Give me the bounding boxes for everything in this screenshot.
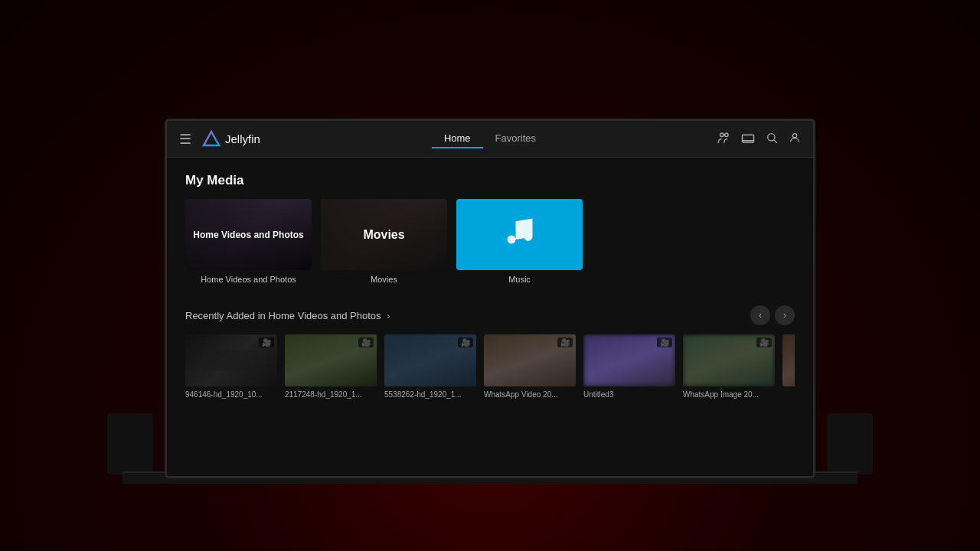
prev-arrow[interactable]: ‹ xyxy=(750,305,770,325)
speaker-right xyxy=(827,413,873,474)
nav-tabs: Home Favorites xyxy=(432,129,548,148)
video-badge-6: 🎥 xyxy=(756,337,772,347)
video-thumb-2: 🎥 xyxy=(285,334,377,386)
video-label-3: 5538262-hd_1920_1... xyxy=(384,390,476,399)
video-thumb-7 xyxy=(782,334,795,386)
next-arrow[interactable]: › xyxy=(775,305,795,325)
video-label-1: 946146-hd_1920_10... xyxy=(185,390,277,399)
video-card-6[interactable]: 🎥 WhatsApp Image 20... xyxy=(683,334,775,399)
media-grid: Home Videos and Photos Home Videos and P… xyxy=(185,199,795,284)
video-badge-4: 🎥 xyxy=(557,337,573,347)
search-icon[interactable] xyxy=(766,132,778,147)
movies-bg: Movies xyxy=(321,199,447,270)
user-icon[interactable] xyxy=(789,132,801,147)
music-thumb xyxy=(456,199,583,270)
home-videos-label: Home Videos and Photos xyxy=(201,275,296,284)
video-badge-2: 🎥 xyxy=(358,337,374,347)
video-card-1[interactable]: 🎥 946146-hd_1920_10... xyxy=(185,334,277,399)
video-thumb-3: 🎥 xyxy=(384,334,476,386)
movies-label: Movies xyxy=(371,275,397,284)
video-card-4[interactable]: 🎥 WhatsApp Video 20... xyxy=(484,334,576,399)
video-card-2[interactable]: 🎥 2117248-hd_1920_1... xyxy=(285,334,377,399)
tab-home[interactable]: Home xyxy=(432,129,483,148)
speaker-left xyxy=(107,413,153,474)
nav-arrows: ‹ › xyxy=(750,305,795,325)
video-img-7 xyxy=(782,334,795,386)
svg-rect-4 xyxy=(743,135,754,142)
jellyfin-logo-text: Jellyfin xyxy=(225,132,260,145)
tv-frame: ☰ Jellyfin Home Favori xyxy=(165,119,815,478)
video-badge-1: 🎥 xyxy=(259,337,274,347)
tab-favorites[interactable]: Favorites xyxy=(483,129,548,148)
svg-point-3 xyxy=(725,133,729,137)
menu-button[interactable]: ☰ xyxy=(179,131,191,148)
video-card-5[interactable]: 🎥 Untitled3 xyxy=(583,334,675,399)
music-label: Music xyxy=(508,275,531,284)
app-header: ☰ Jellyfin Home Favori xyxy=(167,121,813,158)
media-card-home-videos[interactable]: Home Videos and Photos Home Videos and P… xyxy=(185,199,312,284)
media-card-movies[interactable]: Movies Movies xyxy=(321,199,447,284)
recently-added-header: Recently Added in Home Videos and Photos… xyxy=(185,305,795,325)
video-label-2: 2117248-hd_1920_1... xyxy=(285,390,377,399)
video-card-3[interactable]: 🎥 5538262-hd_1920_1... xyxy=(384,334,476,399)
recently-added-chevron: › xyxy=(387,310,390,321)
music-note-icon xyxy=(503,214,537,255)
video-badge-5: 🎥 xyxy=(657,337,672,347)
cast-icon[interactable] xyxy=(741,131,755,148)
jellyfin-app: ☰ Jellyfin Home Favori xyxy=(167,121,813,476)
video-label-4: WhatsApp Video 20... xyxy=(484,390,576,399)
svg-line-6 xyxy=(774,140,777,143)
video-card-7[interactable] xyxy=(782,334,795,399)
cast-group-icon[interactable] xyxy=(717,131,730,148)
main-content: My Media Home Videos and Photos Home Vid… xyxy=(167,158,813,476)
svg-point-7 xyxy=(792,133,796,137)
movies-thumb: Movies xyxy=(321,199,447,270)
my-media-title: My Media xyxy=(185,173,795,188)
home-videos-card-text: Home Videos and Photos xyxy=(185,230,311,240)
header-actions xyxy=(717,131,801,148)
video-thumb-5: 🎥 xyxy=(583,334,675,386)
logo: Jellyfin xyxy=(202,130,260,148)
movies-card-text: Movies xyxy=(363,228,404,242)
media-card-music[interactable]: Music xyxy=(456,199,583,284)
video-label-5: Untitled3 xyxy=(583,390,675,399)
home-videos-bg: Home Videos and Photos xyxy=(185,199,312,270)
video-row: 🎥 946146-hd_1920_10... 🎥 2117248-hd_1920… xyxy=(185,334,795,399)
home-videos-thumb: Home Videos and Photos xyxy=(185,199,312,270)
svg-point-5 xyxy=(768,133,775,140)
video-thumb-4: 🎥 xyxy=(484,334,576,386)
svg-point-2 xyxy=(720,133,724,137)
video-thumb-1: 🎥 xyxy=(185,334,277,386)
recently-added-title: Recently Added in Home Videos and Photos… xyxy=(185,310,390,321)
recently-added-text: Recently Added in Home Videos and Photos… xyxy=(185,310,390,321)
video-thumb-6: 🎥 xyxy=(683,334,775,386)
video-badge-3: 🎥 xyxy=(458,337,473,347)
jellyfin-logo-icon xyxy=(202,130,220,148)
music-bg xyxy=(456,199,583,270)
video-label-6: WhatsApp Image 20... xyxy=(683,390,775,399)
